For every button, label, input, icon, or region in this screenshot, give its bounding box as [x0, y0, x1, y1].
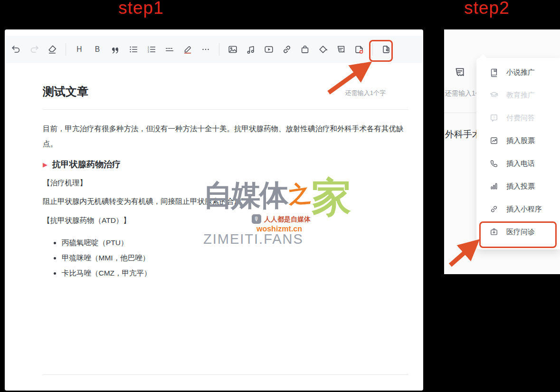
stock-chart-icon [489, 136, 499, 145]
highlight-box-menu-item [479, 221, 557, 248]
bullet-list: 丙硫氧嘧啶（PTU） 甲巯咪唑（MMI，他巴唑） 卡比马唑（CMZ，甲亢平） [54, 235, 152, 281]
subheading-mechanism[interactable]: 【治疗机理】 [43, 178, 87, 188]
image-icon [228, 44, 238, 55]
heading-button[interactable]: H [70, 40, 88, 59]
music-icon [246, 44, 256, 55]
watermark-url: woshizmt.cn [256, 225, 302, 233]
list-item-text: 甲巯咪唑（MMI，他巴唑） [62, 253, 150, 263]
tutorial-screenshot: step1 step2 H B [0, 0, 560, 392]
menu-item-insert-stock[interactable]: 插入股票 [476, 129, 560, 152]
diamond-icon [318, 44, 328, 55]
svg-text:B: B [95, 45, 100, 53]
highlighter-icon [182, 44, 193, 55]
site-watermark: 自媒体 之 家 🎙 人人都是自媒体 woshizmt.cn ZIMEITI.FA… [203, 173, 365, 254]
insert-image-button[interactable] [224, 40, 242, 59]
watermark-big-text: 自媒体 [203, 175, 287, 215]
numbered-list-button[interactable]: 123 [142, 40, 161, 59]
clear-format-button[interactable] [43, 40, 61, 59]
watermark-jia-text: 家 [312, 171, 351, 225]
microphone-icon: 🎙 [252, 214, 261, 224]
step2-label: step2 [464, 0, 510, 18]
question-bubble-icon: ? [489, 113, 499, 123]
menu-item-label: 插入投票 [506, 182, 535, 191]
menu-item-label: 插入小程序 [506, 205, 542, 214]
quote-icon [110, 44, 121, 55]
numbered-list-icon: 123 [146, 44, 157, 55]
svg-text:3: 3 [148, 50, 149, 53]
insert-product-button[interactable] [296, 40, 314, 59]
list-item[interactable]: 丙硫氧嘧啶（PTU） [54, 235, 152, 250]
video-icon [264, 44, 274, 55]
phone-icon [489, 159, 499, 168]
svg-text:H: H [76, 45, 82, 53]
watermark-zhi-text: 之 [286, 178, 313, 211]
menu-item-insert-poll[interactable]: 插入投票 [476, 175, 560, 198]
title-divider [43, 109, 408, 110]
char-counter: 还需输入1个字 [345, 89, 386, 97]
page-bottom-divider [43, 374, 408, 375]
eraser-icon [47, 44, 57, 55]
list-item-text: 丙硫氧嘧啶（PTU） [62, 238, 128, 248]
paragraph-text[interactable]: 目前，甲亢治疗有很多种方法，但没有一种方法十全十美。抗甲状腺药物、放射性碘治疗和… [43, 121, 409, 152]
svg-text:?: ? [493, 115, 495, 120]
bullet-list-icon [128, 44, 139, 55]
bullet-dot [54, 257, 56, 259]
more-icon [200, 44, 211, 55]
insert-extension-button[interactable] [350, 40, 368, 59]
title-divider-fragment [444, 113, 480, 113]
char-counter-fragment: 还需输入1个 [445, 89, 481, 98]
bold-icon: B [92, 44, 103, 55]
undo-icon [11, 44, 21, 55]
link-chain-icon [489, 204, 499, 214]
quote-button[interactable] [106, 40, 124, 59]
insert-extension-dropdown: 小说推广 教育推广 ? 付费问答 插入股票 插入电话 插入投票 插入小程序 医疗 [476, 58, 560, 249]
menu-item-insert-miniprogram[interactable]: 插入小程序 [476, 198, 560, 220]
menu-item-label: 插入股票 [506, 136, 535, 145]
link-icon [282, 44, 292, 55]
bullet-dot [54, 272, 56, 275]
graduation-cap-icon [489, 90, 499, 100]
insert-card-button[interactable] [332, 40, 350, 59]
menu-item-paid-qa[interactable]: ? 付费问答 [476, 106, 560, 129]
menu-item-label: 教育推广 [506, 91, 535, 100]
list-item-text: 卡比马唑（CMZ，甲亢平） [62, 268, 152, 278]
book-icon [489, 67, 499, 77]
section-heading-row: ▶ 抗甲状腺药物治疗 [43, 159, 121, 170]
menu-item-edu-promo[interactable]: 教育推广 [476, 84, 560, 106]
insert-card-button-zoomed[interactable] [454, 66, 466, 80]
bold-button[interactable]: B [88, 40, 106, 59]
menu-caret [479, 54, 487, 58]
menu-item-label: 小说推广 [506, 68, 535, 77]
redo-button[interactable] [25, 40, 43, 59]
editor-toolbar: H B 123 [5, 36, 423, 63]
menu-item-label: 插入电话 [506, 159, 535, 168]
document-title[interactable]: 测试文章 [43, 84, 88, 99]
section-heading[interactable]: 抗甲状腺药物治疗 [52, 159, 121, 170]
heading-icon: H [74, 44, 85, 55]
insert-video-button[interactable] [260, 40, 278, 59]
step1-label: step1 [118, 0, 164, 18]
insert-link-button[interactable] [278, 40, 296, 59]
body-line[interactable]: 阻止甲状腺内无机碘转变为有机碘，间接阻止甲状腺素的合成 [43, 197, 242, 207]
toolbar-separator [66, 43, 66, 56]
divider-button[interactable] [161, 40, 179, 59]
highlight-box-toolbar-icon [369, 40, 393, 62]
undo-button[interactable] [7, 40, 25, 59]
watermark-site-name: ZIMEITI.FANS [203, 231, 304, 247]
insert-mini-app-button[interactable] [314, 40, 332, 59]
more-button[interactable] [197, 40, 215, 59]
card-plus-icon [354, 44, 364, 55]
note-card-icon [336, 44, 346, 55]
subheading-atd[interactable]: 【抗甲状腺药物（ATD）】 [43, 216, 131, 226]
toolbar-separator [219, 43, 219, 56]
note-card-icon [454, 66, 466, 78]
bullet-dot [54, 242, 56, 244]
highlight-button[interactable] [179, 40, 197, 59]
insert-music-button[interactable] [242, 40, 260, 59]
watermark-tagline: 人人都是自媒体 [264, 215, 311, 224]
bullet-list-button[interactable] [124, 40, 142, 59]
list-item[interactable]: 卡比马唑（CMZ，甲亢平） [54, 266, 152, 281]
menu-item-novel-promo[interactable]: 小说推广 [476, 61, 560, 84]
menu-item-insert-phone[interactable]: 插入电话 [476, 152, 560, 175]
list-item[interactable]: 甲巯咪唑（MMI，他巴唑） [54, 250, 152, 266]
